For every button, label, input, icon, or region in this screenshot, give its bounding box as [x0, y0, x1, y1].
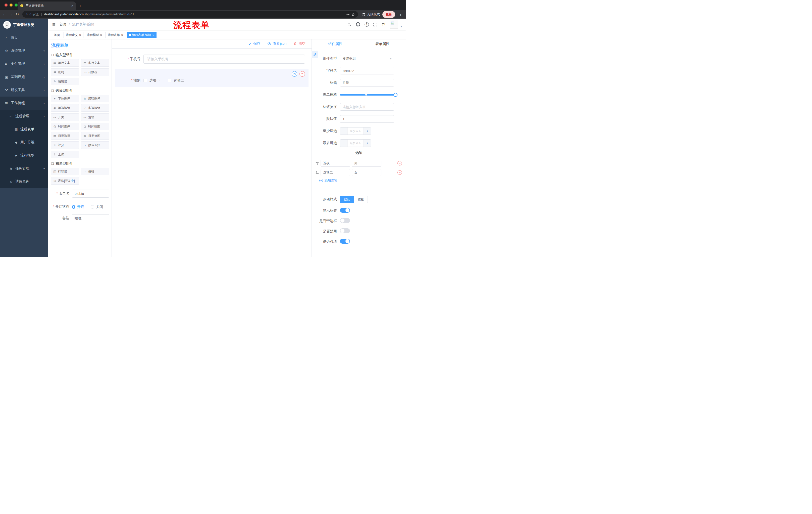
update-button[interactable]: 更新 — [382, 11, 395, 18]
component-item-row[interactable]: ◫行容器 — [51, 168, 79, 175]
sidebar-item-payment[interactable]: ¥支付管理▾ — [0, 57, 48, 71]
default-value-input[interactable] — [340, 115, 394, 123]
sidebar-item-workflow[interactable]: ⊞工作流程▴ — [0, 97, 48, 110]
sidebar-item-process-model[interactable]: ➤流程模型 — [0, 149, 48, 162]
phone-field-row[interactable]: 手机号 — [115, 52, 309, 66]
close-tab-icon[interactable] — [71, 4, 74, 8]
remove-option-icon[interactable]: − — [398, 170, 402, 175]
browser-tab[interactable]: 芋道管理系统 — [18, 1, 76, 10]
help-icon[interactable] — [365, 22, 369, 27]
link-icon[interactable] — [312, 51, 318, 58]
github-icon[interactable] — [356, 22, 360, 27]
drag-handle-icon[interactable] — [315, 161, 319, 165]
component-item-table[interactable]: ⊞表格[开发中] — [51, 177, 79, 185]
close-tag-icon[interactable]: × — [121, 33, 123, 37]
component-item-color[interactable]: ◑颜色选择 — [81, 141, 109, 149]
view-tag-1[interactable]: 流程定义× — [63, 32, 83, 38]
option-value-input[interactable] — [352, 169, 381, 176]
sidebar-item-system[interactable]: ⚙系统管理▾ — [0, 44, 48, 57]
form-grid-slider[interactable] — [340, 91, 396, 99]
password-key-icon[interactable] — [346, 12, 350, 16]
sidebar-item-process-manage[interactable]: ≡流程管理▴ — [0, 110, 48, 123]
zoom-window-button[interactable] — [14, 3, 18, 6]
option-label-input[interactable] — [321, 160, 350, 167]
hamburger-icon[interactable] — [52, 22, 56, 27]
component-item-input[interactable]: ▭单行文本 — [51, 59, 79, 66]
min-select-input[interactable] — [347, 128, 364, 135]
sidebar-item-infra[interactable]: ▣基础设施▾ — [0, 71, 48, 83]
view-tag-0[interactable]: 首页 — [52, 32, 62, 38]
reload-button[interactable] — [16, 12, 19, 16]
increase-button[interactable] — [364, 128, 371, 135]
view-tag-3[interactable]: 流程表单× — [106, 32, 125, 38]
gender-option-1-checkbox[interactable]: 选项一 — [143, 78, 160, 83]
status-on-radio[interactable]: 开启 — [72, 205, 84, 209]
address-bar[interactable]: 不安全 dashboard.yudao.iocoder.cn /bpm/mana… — [22, 11, 358, 18]
option-value-input[interactable] — [352, 160, 381, 167]
clear-button[interactable]: 清空 — [293, 42, 306, 46]
fullscreen-icon[interactable] — [373, 22, 377, 27]
close-tag-icon[interactable]: × — [100, 33, 102, 37]
decrease-button[interactable] — [340, 128, 347, 135]
avatar-caret-icon[interactable] — [401, 25, 402, 29]
sidebar-item-user-group[interactable]: ☻用户分组 — [0, 136, 48, 149]
sidebar-item-devtools[interactable]: ⚒研发工具▾ — [0, 83, 48, 97]
option-label-input[interactable] — [321, 169, 350, 176]
drag-handle-icon[interactable] — [315, 171, 319, 174]
remove-option-icon[interactable]: − — [398, 161, 402, 165]
component-item-time-range[interactable]: ◶时间范围 — [81, 123, 109, 130]
copy-field-button[interactable] — [292, 71, 297, 77]
view-json-button[interactable]: 查看json — [267, 42, 286, 46]
avatar[interactable] — [390, 20, 398, 29]
status-off-radio[interactable]: 关闭 — [91, 205, 103, 209]
component-item-checkbox-group[interactable]: ☑多选框组 — [81, 104, 109, 112]
new-tab-button[interactable] — [79, 4, 82, 8]
component-item-slider[interactable]: ⊷滑块 — [81, 113, 109, 121]
component-item-password[interactable]: ✱密码 — [51, 69, 79, 76]
component-item-time[interactable]: ◷时间选择 — [51, 123, 79, 130]
component-item-radio-group[interactable]: ◉单选框组 — [51, 104, 79, 112]
component-item-date-range[interactable]: ▩日期范围 — [81, 132, 109, 140]
toggle-switch-0[interactable] — [340, 208, 350, 213]
tab-component-props[interactable]: 组件属性 — [312, 39, 359, 49]
sidebar-item-process-form[interactable]: ▤流程表单 — [0, 123, 48, 136]
delete-field-button[interactable] — [299, 71, 305, 77]
label-width-input[interactable] — [340, 103, 394, 111]
component-item-counter[interactable]: 123计数器 — [81, 69, 109, 76]
component-item-date[interactable]: ▦日期选择 — [51, 132, 79, 140]
security-label[interactable]: 不安全 — [29, 12, 39, 17]
toggle-switch-2[interactable] — [340, 228, 350, 233]
search-icon[interactable] — [347, 22, 351, 27]
option-style-default-button[interactable]: 默认 — [340, 196, 354, 203]
form-name-input[interactable] — [72, 190, 109, 198]
gender-field-row-selected[interactable]: 性别 选项一 选项二 — [115, 69, 309, 87]
tab-form-props[interactable]: 表单属性 — [359, 39, 406, 49]
component-item-switch[interactable]: ⊶开关 — [51, 113, 79, 121]
component-type-select[interactable]: 多选框组 — [340, 55, 394, 62]
component-item-button[interactable]: ☞按钮 — [81, 168, 109, 175]
component-item-upload[interactable]: ⇧上传 — [51, 151, 79, 158]
font-size-icon[interactable] — [382, 23, 385, 26]
component-item-textarea[interactable]: ▤多行文本 — [81, 59, 109, 66]
phone-input[interactable] — [143, 55, 305, 64]
bookmark-star-icon[interactable] — [351, 12, 355, 16]
toggle-switch-1[interactable] — [340, 218, 350, 223]
component-item-select[interactable]: ▾下拉选择 — [51, 95, 79, 102]
field-name-input[interactable] — [340, 67, 394, 75]
toggle-switch-3[interactable] — [340, 239, 350, 244]
minimize-window-button[interactable] — [9, 3, 12, 6]
slider-handle[interactable] — [394, 93, 398, 97]
remark-textarea[interactable]: 嘿嘿 — [72, 214, 109, 231]
option-style-button-button[interactable]: 按钮 — [354, 196, 368, 203]
close-tag-icon[interactable]: × — [79, 33, 81, 37]
view-tag-2[interactable]: 流程模型× — [85, 32, 105, 38]
sidebar-item-task-manage[interactable]: ⋔任务管理▾ — [0, 162, 48, 175]
title-input[interactable] — [340, 79, 394, 86]
close-tag-icon[interactable]: × — [152, 33, 154, 37]
add-option-button[interactable]: 添加选项 — [319, 178, 406, 183]
component-item-rate[interactable]: ☆评分 — [51, 141, 79, 149]
back-button[interactable] — [2, 12, 6, 16]
sidebar-item-home[interactable]: ◔首页 — [0, 31, 48, 44]
browser-menu-icon[interactable] — [398, 12, 404, 17]
component-item-editor[interactable]: ✎编辑器 — [51, 78, 79, 85]
